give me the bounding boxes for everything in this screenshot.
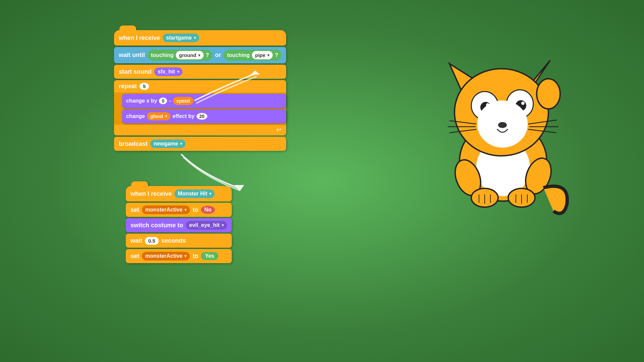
- touching-pipe-pill[interactable]: touching pipe ▾ ?: [224, 50, 281, 61]
- to-label-2: to: [193, 253, 198, 260]
- when-i-receive-label: when I receive: [119, 35, 160, 42]
- no-pill[interactable]: No: [201, 206, 215, 214]
- scratch-cat: [429, 54, 577, 221]
- wait-until-block[interactable]: wait until touching ground ▾ ? or touchi…: [114, 47, 286, 63]
- wait-seconds-block[interactable]: wait 0.5 seconds: [126, 234, 232, 248]
- loop-arrow-icon: ↩: [276, 126, 281, 133]
- to-label-1: to: [193, 206, 198, 214]
- when-receive-label: when I receive: [130, 190, 172, 197]
- repeat-label: repeat: [119, 83, 137, 90]
- sfx-hit-pill[interactable]: sfx_hit ▾: [154, 67, 182, 76]
- monster-active-pill-2[interactable]: monsterActive ▾: [142, 252, 190, 260]
- start-sound-label: start sound: [119, 68, 152, 75]
- set-label: set: [130, 206, 139, 214]
- svg-marker-0: [250, 70, 260, 75]
- svg-point-7: [537, 79, 560, 109]
- pipe-pill[interactable]: pipe ▾: [252, 51, 273, 59]
- repeat-count[interactable]: 5: [140, 83, 149, 90]
- wait-value[interactable]: 0.5: [145, 237, 159, 245]
- set-label-2: set: [130, 253, 139, 260]
- ground-pill[interactable]: ground ▾: [176, 51, 204, 59]
- effect-value[interactable]: 20: [197, 113, 207, 120]
- x-value-0[interactable]: 0: [159, 98, 167, 104]
- wait-until-label: wait until: [119, 52, 145, 59]
- or-label: or: [215, 52, 221, 59]
- evil-eye-hit-pill[interactable]: evil_eye_hit ▾: [186, 221, 227, 230]
- set-monster-active-yes-block[interactable]: set monsterActive ▾ to Yes: [126, 249, 232, 263]
- touching-ground-pill[interactable]: touching ground ▾ ?: [148, 50, 212, 61]
- startgame-pill[interactable]: startgame ▾: [163, 34, 199, 42]
- seconds-label: seconds: [161, 237, 186, 244]
- dropdown-arrow: ▾: [194, 36, 196, 40]
- newgame-pill[interactable]: newgame ▾: [150, 139, 185, 148]
- switch-costume-label: switch costume to: [130, 222, 183, 229]
- monster-active-pill-1[interactable]: monsterActive ▾: [142, 205, 190, 214]
- set-monster-active-no-block[interactable]: set monsterActive ▾ to No: [126, 203, 232, 217]
- when-i-receive-block[interactable]: when I receive startgame ▾: [114, 30, 286, 46]
- yes-pill[interactable]: Yes: [201, 252, 218, 260]
- svg-point-13: [521, 102, 525, 105]
- top-arrow: [188, 67, 275, 111]
- svg-point-16: [498, 122, 507, 128]
- switch-costume-block[interactable]: switch costume to evil_eye_hit ▾: [126, 218, 232, 232]
- wait-label: wait: [130, 237, 142, 244]
- bottom-arrow: [174, 147, 255, 198]
- broadcast-label: broadcast: [119, 140, 148, 147]
- ghost-pill[interactable]: ghost ▾: [147, 112, 170, 120]
- change-effect-block[interactable]: change ghost ▾ effect by 20: [122, 109, 286, 123]
